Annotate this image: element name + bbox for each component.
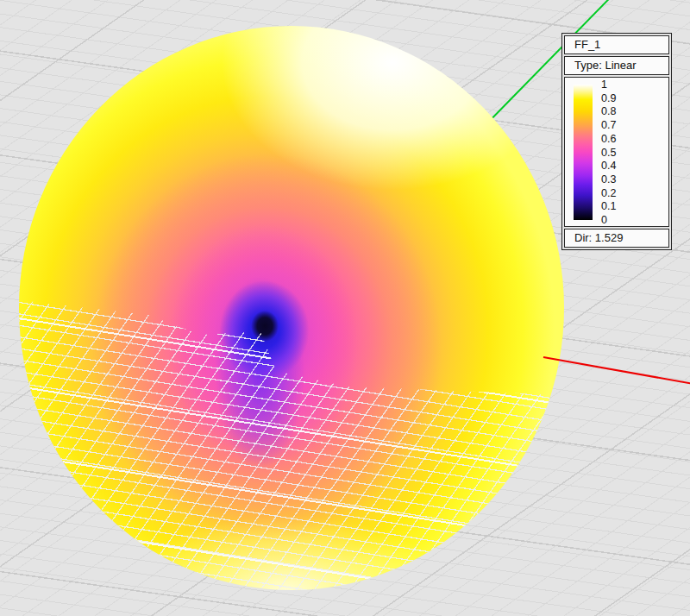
colorbar-tick: 0.4: [601, 159, 616, 173]
colorbar-tick: 0.9: [601, 91, 616, 105]
colorbar-tick: 0: [601, 213, 607, 227]
colorbar-ticks: 1 0.9 0.8 0.7 0.6 0.5 0.4 0.3 0.2 0.1 0: [601, 85, 662, 220]
colorbar-tick: 0.6: [601, 132, 616, 146]
colorbar-tick: 0.3: [601, 173, 616, 186]
legend-scale-type: Type: Linear: [564, 56, 669, 75]
colorbar-tick: 0.2: [601, 186, 616, 200]
colorbar: [574, 85, 593, 220]
ground-plane-wireframe: [19, 26, 564, 590]
colorbar-tick: 0.7: [601, 118, 616, 132]
colorbar-tick: 0.5: [601, 146, 616, 160]
colorbar-tick: 0.1: [601, 199, 616, 213]
3d-viewport[interactable]: FF_1 Type: Linear 1 0.9 0.8 0.7 0.6 0.5 …: [0, 0, 690, 616]
colorbar-tick: 1: [601, 78, 607, 91]
farfield-legend: FF_1 Type: Linear 1 0.9 0.8 0.7 0.6 0.5 …: [561, 33, 672, 250]
legend-title: FF_1: [564, 35, 669, 54]
legend-colorbar-section: 1 0.9 0.8 0.7 0.6 0.5 0.4 0.3 0.2 0.1 0: [564, 77, 669, 227]
legend-directivity: Dir: 1.529: [564, 229, 669, 248]
colorbar-tick: 0.8: [601, 104, 616, 118]
farfield-lobe: [19, 26, 564, 590]
